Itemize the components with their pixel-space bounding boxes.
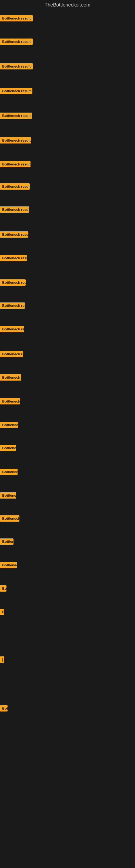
bottleneck-item: Bottleneck resul (0, 398, 20, 405)
bottleneck-badge[interactable]: Bottleneck re (0, 516, 19, 522)
bottleneck-item: Bottleneck result (0, 38, 33, 46)
bottleneck-badge[interactable]: Bottleneck result (0, 279, 26, 286)
bottleneck-item: Bottleneck result (0, 326, 24, 333)
site-title: TheBottlenecker.com (0, 0, 135, 10)
bottleneck-item: Bottlenec (0, 492, 16, 500)
bottleneck-badge[interactable]: Bottleneck result (0, 326, 24, 332)
bottleneck-item: Bo (0, 585, 6, 593)
bottleneck-badge[interactable]: Bottleneck result (0, 351, 23, 357)
bottleneck-badge[interactable]: Bottleneck result (0, 88, 32, 94)
bottleneck-item: Bottleneck result (0, 63, 33, 70)
bottleneck-badge[interactable]: Bot (0, 705, 8, 712)
bottleneck-item: Bottlene (0, 445, 16, 452)
bottleneck-badge[interactable]: Bottleneck result (0, 15, 33, 22)
bottleneck-item: Bottleneck (0, 562, 17, 569)
bottleneck-badge[interactable]: Bottleneck result (0, 183, 30, 190)
bottleneck-item: Bottleneck (0, 469, 17, 476)
bottleneck-badge[interactable]: Bottleneck result (0, 231, 28, 238)
bottleneck-item: Bottleneck result (0, 113, 32, 120)
bottleneck-badge[interactable]: Bo (0, 585, 6, 592)
bottleneck-badge[interactable]: B (0, 609, 4, 615)
bottleneck-item: Bottleneck result (0, 207, 29, 214)
bottleneck-item: Bottleneck result (0, 15, 33, 23)
bottleneck-badge[interactable]: Bottleneck (0, 469, 17, 475)
bottleneck-item: Bottleneck result (0, 137, 31, 145)
bottleneck-badge[interactable]: Bottleneck result (0, 303, 25, 309)
bottleneck-badge[interactable]: Bottleneck result (0, 207, 29, 213)
bottleneck-item: Bot (0, 705, 8, 713)
bottleneck-badge[interactable]: Bottleneck result (0, 255, 27, 261)
bottleneck-item: Bottleneck result (0, 161, 31, 168)
bottleneck-badge[interactable]: Bottleneck result (0, 161, 31, 167)
bottleneck-item: Bottleneck result (0, 88, 32, 95)
bottleneck-item: B (0, 609, 4, 616)
bottleneck-badge[interactable]: Bottleneck result (0, 38, 33, 45)
bottleneck-badge[interactable]: | (0, 656, 4, 663)
bottleneck-item: Bottlen (0, 538, 13, 546)
bottleneck-badge[interactable]: Bottleneck result (0, 137, 31, 144)
bottleneck-badge[interactable]: Bottlenec (0, 492, 16, 499)
bottleneck-item: | (0, 656, 4, 664)
bottleneck-item: Bottleneck (0, 422, 18, 429)
bottleneck-item: Bottleneck re (0, 374, 21, 382)
bottleneck-badge[interactable]: Bottlen (0, 538, 13, 545)
bottleneck-item: Bottleneck result (0, 183, 30, 191)
bottleneck-badge[interactable]: Bottleneck re (0, 374, 21, 380)
bottleneck-item: Bottleneck result (0, 351, 23, 358)
bottleneck-badge[interactable]: Bottlene (0, 445, 16, 451)
bottleneck-badge[interactable]: Bottleneck (0, 422, 18, 428)
bottleneck-item: Bottleneck result (0, 279, 26, 287)
bottleneck-item: Bottleneck result (0, 255, 27, 262)
bottleneck-badge[interactable]: Bottleneck resul (0, 398, 20, 404)
bottleneck-item: Bottleneck result (0, 231, 28, 239)
bottleneck-badge[interactable]: Bottleneck result (0, 113, 32, 119)
bottleneck-badge[interactable]: Bottleneck result (0, 63, 33, 69)
bottleneck-item: Bottleneck re (0, 516, 19, 523)
bottleneck-item: Bottleneck result (0, 303, 25, 310)
bottleneck-badge[interactable]: Bottleneck (0, 562, 17, 568)
